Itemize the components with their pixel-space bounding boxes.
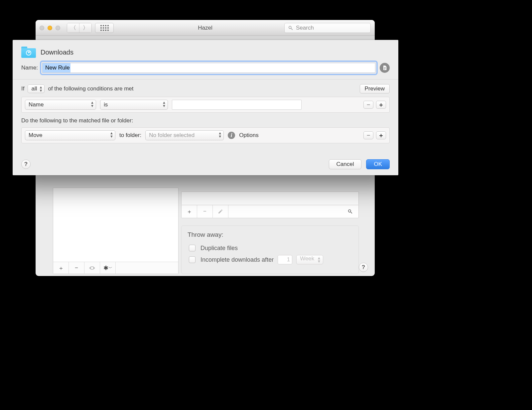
cancel-label: Cancel [336,161,354,168]
sheet-header: Downloads [13,40,398,62]
search-icon [347,209,353,214]
preview-label: Preview [365,85,385,92]
incomplete-unit-select[interactable]: Week ▲▼ [296,255,323,264]
window-close-icon[interactable] [40,26,44,30]
remove-folder-button[interactable]: − [69,262,84,274]
preview-folder-button[interactable] [84,262,100,274]
preview-button[interactable]: Preview [360,84,390,93]
conditions-section: If all ▲▼ of the following conditions ar… [13,79,398,145]
quantifier-select[interactable]: all ▲▼ [28,84,45,93]
action-verb-select[interactable]: Move ▲▼ [25,130,115,140]
action-verb-value: Move [29,132,43,139]
edit-rule-button[interactable] [213,205,228,218]
folders-toolbar: ＋ − ✱ ﹀ [53,262,178,274]
condition-row: Name ▲▼ is ▲▼ − ＋ [21,97,390,113]
throw-away-panel: Throw away: Duplicate files Incomplete d… [181,225,359,274]
search-field[interactable]: Search [284,23,371,33]
titlebar: 〈 〉 Hazel Search [36,20,375,36]
nav-forward-button[interactable]: 〉 [79,23,91,33]
condition-value-input[interactable] [172,100,302,110]
show-all-button[interactable] [95,23,114,33]
sheet-help-button[interactable]: ? [21,160,31,169]
condition-operator-value: is [104,101,108,108]
condition-sentence: If all ▲▼ of the following conditions ar… [21,84,390,93]
target-folder-select[interactable]: No folder selected ▲▼ [145,130,224,140]
incomplete-value-field[interactable] [278,255,292,264]
remove-action-button[interactable]: − [363,131,373,139]
add-folder-button[interactable]: ＋ [53,262,69,274]
folder-name: Downloads [41,49,73,56]
if-label: If [21,85,24,92]
quantifier-value: all [31,85,37,92]
pencil-icon [218,209,223,214]
rule-editor-sheet: Downloads Name: If all ▲▼ of the followi… [13,40,398,175]
notes-button[interactable] [380,63,390,73]
stepper-icon: ▲▼ [90,101,94,107]
rule-name-input[interactable] [42,63,375,73]
add-condition-button[interactable]: ＋ [376,101,386,109]
remove-condition-button[interactable]: − [363,101,373,109]
to-folder-label: to folder: [119,132,141,139]
ok-label: OK [374,161,382,168]
window-zoom-icon[interactable] [56,26,60,30]
ok-button[interactable]: OK [366,159,390,169]
throw-away-title: Throw away: [188,231,352,238]
target-folder-value: No folder selected [149,132,195,139]
action-row: Move ▲▼ to folder: No folder selected ▲▼… [21,127,390,143]
help-button[interactable]: ? [359,263,368,272]
stepper-icon: ▲▼ [317,256,321,263]
condition-attribute-value: Name [29,101,44,108]
incomplete-downloads-checkbox[interactable] [189,256,196,263]
name-row: Name: [13,62,398,79]
rules-list[interactable] [181,192,359,205]
name-focus-ring [41,62,376,74]
eye-icon [88,266,96,270]
nav-back-button[interactable]: 〈 [67,23,79,33]
note-icon [382,65,387,70]
options-label: Options [239,132,259,139]
rules-toolbar: ＋ − [181,205,359,218]
name-label: Name: [21,65,38,71]
add-action-button[interactable]: ＋ [376,131,386,139]
conditions-rest-label: of the following conditions are met [48,85,133,92]
search-icon [288,25,293,31]
cancel-button[interactable]: Cancel [329,159,362,169]
folders-list: ＋ − ✱ ﹀ [53,188,179,274]
duplicate-files-label: Duplicate files [200,245,238,252]
sheet-footer: ? Cancel OK [13,157,398,175]
actions-header: Do the following to the matched file or … [21,117,390,124]
nav-back-forward: 〈 〉 [67,23,92,33]
incomplete-unit-value: Week [300,255,314,262]
duplicate-files-checkbox[interactable] [189,245,196,251]
search-placeholder: Search [296,25,314,31]
downloads-folder-icon [21,47,36,58]
grid-icon [100,25,109,31]
condition-add-remove: − ＋ [363,101,386,109]
folder-actions-button[interactable]: ✱ ﹀ [100,262,116,274]
window-minimize-icon[interactable] [48,26,52,30]
window-controls [40,26,60,30]
condition-operator-select[interactable]: is ▲▼ [100,100,168,110]
stepper-icon: ▲▼ [39,85,43,92]
rules-search-button[interactable] [342,205,358,218]
stepper-icon: ▲▼ [162,101,166,107]
info-icon[interactable]: i [228,132,235,139]
stepper-icon: ▲▼ [218,131,222,138]
condition-attribute-select[interactable]: Name ▲▼ [25,100,96,110]
action-add-remove: − ＋ [363,131,386,139]
remove-rule-button[interactable]: − [197,205,213,218]
stepper-icon: ▲▼ [110,131,113,138]
incomplete-downloads-label: Incomplete downloads after [200,256,274,263]
add-rule-button[interactable]: ＋ [182,205,197,218]
right-column: ＋ − Throw away: Duplicate files I [181,192,359,274]
